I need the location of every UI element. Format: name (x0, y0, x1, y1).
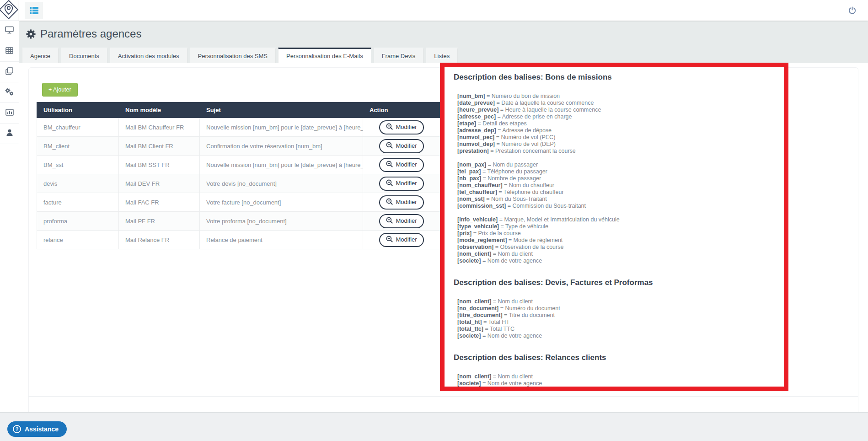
balise-tag: [etape] (457, 120, 476, 127)
modifier-button[interactable]: Modifier (379, 214, 423, 228)
tab-agence[interactable]: Agence (22, 48, 59, 63)
balise-definition: [mode_reglement] = Mode de règlement (457, 237, 775, 244)
page-title: Paramètres agences (40, 27, 141, 40)
table-row: proformaMail PF FRVotre proforma [no_doc… (37, 212, 440, 231)
balise-tag: [adresse_dep] (457, 127, 496, 134)
cell-sujet: Nouvelle mission [num_bm] pour le [date_… (200, 156, 363, 174)
balise-tag: [total_ttc] (457, 326, 483, 332)
sidebar-nav (0, 21, 19, 144)
balise-tag: [societe] (457, 380, 481, 387)
balise-definition: [heure_prevue] = Heure à laquelle la cou… (457, 107, 775, 113)
balises-group: [nom_client] = Nom du client[societe] = … (457, 373, 775, 387)
balises-group: [info_vehicule] = Marque, Model et Immat… (457, 216, 775, 264)
balise-definition: [tel_chauffeur] = Téléphone du chauffeur (457, 189, 775, 196)
balise-tag: [num_bm] (457, 93, 485, 99)
balise-definition: [no_document] = Numéro du document (457, 305, 775, 312)
modifier-button[interactable]: Modifier (379, 139, 423, 153)
cell-sujet: Votre proforma [no_document] (200, 212, 363, 231)
balise-tag: [tel_pax] (457, 168, 481, 175)
table-header-row: UtilisationNom modèleSujetAction (37, 102, 440, 118)
balise-definition: [etape] = Detail des etapes (457, 120, 775, 127)
balise-definition: [nom_sst] = Nom du Sous-Traitant (457, 196, 775, 203)
page-title-row: Paramètres agences (19, 21, 868, 44)
table-row: factureMail FAC FRVotre facture [no_docu… (37, 193, 440, 212)
column-header-utilisation: Utilisation (37, 102, 119, 118)
balise-tag: [prestation] (457, 148, 489, 154)
balise-tag: [prix] (457, 230, 472, 237)
table-row: BM_sstMail BM SST FRNouvelle mission [nu… (37, 156, 440, 174)
app-logo (0, 0, 19, 21)
balise-tag: [nom_client] (457, 373, 491, 380)
tab-listes[interactable]: Listes (426, 48, 458, 63)
sidebar-item-monitor[interactable] (0, 21, 19, 41)
balise-tag: [observation] (457, 244, 493, 250)
tab-documents[interactable]: Documents (61, 48, 107, 63)
balise-definition: [adresse_dep] = Adresse de dépose (457, 127, 775, 134)
pin-diamond-logo-icon (0, 0, 19, 21)
cell-action: Modifier (363, 193, 440, 212)
cell-utilisation: BM_sst (37, 156, 119, 174)
balise-tag: [societe] (457, 333, 481, 339)
balise-definition: [nom_chauffeur] = Nom du chauffeur (457, 182, 775, 189)
sidebar-item-bar-chart[interactable] (0, 103, 19, 124)
balise-tag: [info_vehicule] (457, 216, 498, 223)
cell-utilisation: proforma (37, 212, 119, 231)
column-header-sujet: Sujet (200, 102, 363, 118)
balise-definition: [type_vehicule] = Type de véhicule (457, 223, 775, 230)
modifier-button[interactable]: Modifier (379, 120, 423, 134)
power-icon[interactable] (848, 6, 856, 14)
balise-definition: [date_prevue] = Date à laquelle la cours… (457, 100, 775, 107)
balise-tag: [nb_pax] (457, 175, 481, 182)
tab-frame-devis[interactable]: Frame Devis (374, 48, 424, 63)
cell-action: Modifier (363, 212, 440, 231)
tab-activation-des-modules[interactable]: Activation des modules (110, 48, 188, 63)
cell-nom_modele: Mail BM Chauffeur FR (119, 118, 200, 137)
page-header: Paramètres agences AgenceDocumentsActiva… (19, 21, 868, 63)
cell-nom_modele: Mail PF FR (119, 212, 200, 231)
balise-tag: [no_document] (457, 305, 498, 312)
bar-chart-icon (5, 109, 14, 118)
sidebar-item-gears[interactable] (0, 82, 19, 103)
column-header-nom-mod-le: Nom modèle (119, 102, 200, 118)
cell-action: Modifier (363, 118, 440, 137)
email-templates-table: UtilisationNom modèleSujetAction BM_chau… (37, 102, 440, 249)
balise-tag: [societe] (457, 258, 481, 264)
balise-tag: [type_vehicule] (457, 223, 499, 230)
list-toggle-icon[interactable] (25, 2, 43, 19)
balise-definition: [prestation] = Prestation concernant la … (457, 148, 775, 155)
tab-content: + Ajouter UtilisationNom modèleSujetActi… (19, 63, 868, 412)
table-icon (5, 47, 13, 56)
balise-tag: [heure_prevue] (457, 107, 498, 113)
balise-definition: [prix] = Prix de la course (457, 230, 775, 237)
tab-bar: AgenceDocumentsActivation des modulesPer… (19, 48, 868, 63)
balise-tag: [commission_sst] (457, 203, 506, 209)
magnifier-icon (386, 217, 393, 225)
modifier-button[interactable]: Modifier (379, 233, 423, 247)
tab-personnalisation-des-sms[interactable]: Personnalisation des SMS (190, 48, 276, 63)
balise-tag: [numvol_dep] (457, 141, 495, 147)
assistance-button[interactable]: ? Assistance (7, 421, 67, 437)
modifier-button[interactable]: Modifier (379, 195, 423, 210)
cell-nom_modele: Mail DEV FR (119, 174, 200, 193)
cell-action: Modifier (363, 174, 440, 193)
cell-nom_modele: Mail FAC FR (119, 193, 200, 212)
add-button[interactable]: + Ajouter (42, 83, 78, 97)
cell-nom_modele: Mail Relance FR (119, 231, 200, 249)
cell-nom_modele: Mail BM Client FR (119, 137, 200, 156)
cell-action: Modifier (363, 156, 440, 174)
balise-definition: [total_ttc] = Total TTC (457, 326, 775, 333)
tab-personnalisation-des-e-mails[interactable]: Personnalisation des E-Mails (278, 48, 371, 63)
table-row: relanceMail Relance FRRelance de paiemen… (37, 231, 440, 249)
balise-tag: [titre_document] (457, 312, 503, 318)
magnifier-icon (386, 236, 393, 244)
modifier-button[interactable]: Modifier (379, 177, 423, 191)
modifier-button[interactable]: Modifier (379, 158, 423, 172)
balises-section-title: Description des balises: Devis, Factures… (454, 278, 775, 287)
sidebar-item-copy[interactable] (0, 62, 19, 82)
cell-sujet: Nouvelle mission [num_bm] pour le [date_… (200, 118, 363, 137)
balise-definition: [observation] = Observation de la course (457, 244, 775, 251)
sidebar-item-user[interactable] (0, 124, 19, 144)
sidebar-item-table[interactable] (0, 41, 19, 62)
magnifier-icon (386, 161, 393, 169)
balises-group: [num_bm] = Numéro du bon de mission[date… (457, 93, 775, 155)
